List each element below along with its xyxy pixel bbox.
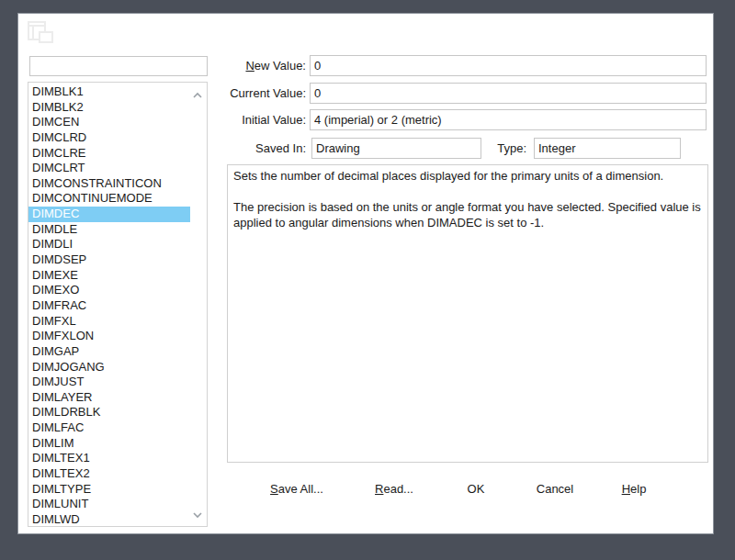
description-paragraph: Sets the number of decimal places displa… [233, 168, 702, 184]
variable-description: Sets the number of decimal places displa… [227, 164, 708, 463]
initial-value-label: Initial Value: [18, 109, 306, 130]
list-item-dimconstrainticon[interactable]: DIMCONSTRAINTICON [28, 176, 207, 192]
list-item-dimjogang[interactable]: DIMJOGANG [28, 360, 207, 375]
current-value-label: Current Value: [18, 83, 306, 104]
list-item-dimcontinuemode[interactable]: DIMCONTINUEMODE [28, 191, 207, 207]
list-item-dimdec[interactable]: DIMDEC [28, 207, 190, 222]
cancel-button[interactable]: Cancel [537, 482, 573, 496]
save-all-button[interactable]: Save All... [270, 482, 323, 496]
type-label: Type: [395, 138, 526, 159]
list-item-dimlwd[interactable]: DIMLWD [28, 512, 207, 527]
type-field: Integer [534, 138, 681, 159]
description-paragraph: The precision is based on the units or a… [233, 199, 702, 230]
scroll-down-icon[interactable] [192, 511, 203, 519]
list-item-dimltex2[interactable]: DIMLTEX2 [28, 466, 207, 482]
list-item-dimlim[interactable]: DIMLIM [28, 436, 207, 452]
list-item-dimlunit[interactable]: DIMLUNIT [28, 497, 207, 512]
list-item-dimexe[interactable]: DIMEXE [28, 268, 207, 284]
list-item-dimclrt[interactable]: DIMCLRT [28, 161, 207, 176]
list-item-dimfxlon[interactable]: DIMFXLON [28, 329, 207, 344]
initial-value-field: 4 (imperial) or 2 (metric) [310, 109, 707, 130]
list-item-dimdsep[interactable]: DIMDSEP [28, 252, 207, 268]
new-value-input[interactable] [310, 55, 707, 76]
list-item-dimjust[interactable]: DIMJUST [28, 375, 207, 390]
help-button[interactable]: Help [622, 482, 647, 496]
list-item-dimldrblk[interactable]: DIMLDRBLK [28, 405, 207, 420]
list-item-dimfrac[interactable]: DIMFRAC [28, 298, 207, 314]
list-item-dimlfac[interactable]: DIMLFAC [28, 420, 207, 436]
ok-button[interactable]: OK [468, 482, 485, 496]
saved-in-label: Saved In: [18, 138, 306, 159]
list-item-dimltype[interactable]: DIMLTYPE [28, 482, 207, 498]
current-value-field: 0 [310, 83, 707, 104]
list-item-dimltex1[interactable]: DIMLTEX1 [28, 451, 207, 466]
new-value-label: New Value: [18, 55, 306, 76]
list-item-dimlayer[interactable]: DIMLAYER [28, 390, 207, 406]
list-item-dimdli[interactable]: DIMDLI [28, 237, 207, 252]
list-item-dimgap[interactable]: DIMGAP [28, 344, 207, 360]
system-variable-dialog: DIMBLK1DIMBLK2DIMCENDIMCLRDDIMCLREDIMCLR… [17, 13, 714, 534]
windows-icon [28, 21, 55, 43]
read-button[interactable]: Read... [375, 482, 413, 496]
list-item-dimexo[interactable]: DIMEXO [28, 283, 207, 298]
list-item-dimdle[interactable]: DIMDLE [28, 222, 207, 238]
list-item-dimfxl[interactable]: DIMFXL [28, 314, 207, 330]
